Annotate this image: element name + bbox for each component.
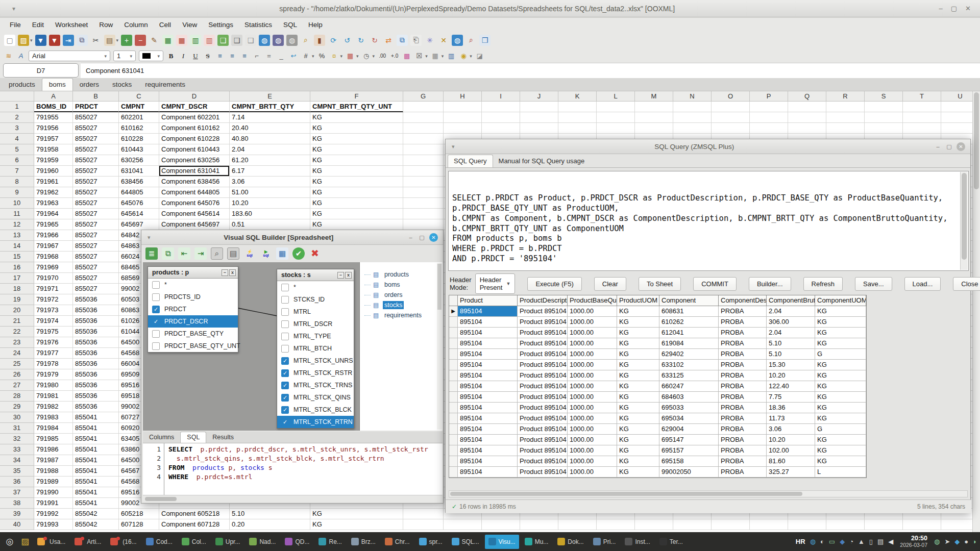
panel-minimize-button[interactable]: − [222, 269, 228, 276]
cell-B18[interactable]: 855027 [73, 284, 119, 294]
redo-icon[interactable]: ↻ [355, 35, 366, 46]
results-row[interactable]: 895104Product 8951041000.00KG629402PROBA… [449, 349, 866, 360]
cell-A30[interactable]: 791983 [34, 412, 73, 423]
strikethrough-button[interactable]: S [203, 51, 212, 61]
results-cell[interactable]: PROBA [719, 381, 767, 392]
results-cell[interactable]: KG [815, 370, 866, 381]
sql-run-icon[interactable]: ▶sql [260, 247, 272, 260]
results-cell[interactable]: 895104 [458, 403, 518, 413]
results-cell[interactable]: PROBA [719, 392, 767, 403]
results-cell[interactable]: 660247 [659, 381, 719, 392]
scrollbar-thumb[interactable] [450, 492, 802, 496]
unchecked-checkbox[interactable] [152, 342, 160, 350]
column-header-P[interactable]: P [750, 91, 788, 102]
cell-A28[interactable]: 791981 [34, 391, 73, 402]
results-cell[interactable]: 1000.00 [568, 381, 617, 392]
cell-B27[interactable]: 855036 [73, 380, 119, 391]
field-mtrl-stck-trns[interactable]: ✓MTRL_STCK_TRNS [277, 379, 354, 391]
results-cell[interactable]: PROBA [719, 456, 767, 467]
results-cell[interactable]: 629402 [659, 349, 719, 360]
results-col-componentbruttoquantity[interactable]: ComponentBruttoQuantity [767, 295, 815, 306]
vsb-tab-sql[interactable]: SQL [180, 432, 206, 443]
column-header-Q[interactable]: Q [788, 91, 826, 102]
taskbar-app-re[interactable]: Re... [315, 535, 345, 549]
cell-T1[interactable] [903, 102, 941, 112]
results-cell[interactable]: 895104 [458, 370, 518, 381]
column-header-N[interactable]: N [673, 91, 712, 102]
cell-A12[interactable]: 791965 [34, 219, 73, 230]
sqlwin-tab-sql-query[interactable]: SQL Query [448, 155, 493, 167]
results-grid[interactable]: ProductProductDescriptionProductBaseQuan… [449, 295, 867, 478]
cell-E1[interactable]: CMPNT_BRTT_QTY [230, 102, 310, 112]
vsb-maximize-button[interactable]: ▢ [418, 234, 426, 241]
cell-C3[interactable]: 610162 [119, 123, 159, 134]
redo-all-icon[interactable]: ↻ [369, 35, 380, 46]
insert-row-icon[interactable]: + [121, 35, 132, 46]
row-header-8[interactable]: 8 [0, 177, 34, 187]
tree-table-orders[interactable]: ▤orders [363, 290, 443, 300]
vsb-sql-editor[interactable]: 1234 SELECT p.prdct, p.prdct_dscr, s.mtr… [143, 443, 443, 495]
font-size-select[interactable]: 1▾ [113, 51, 136, 61]
taskbar-app-dok[interactable]: Dok... [554, 535, 587, 549]
cell-A40[interactable]: 791993 [34, 519, 73, 530]
row-header-34[interactable]: 34 [0, 455, 34, 466]
cell-C9[interactable]: 644805 [119, 187, 159, 198]
row-marker[interactable] [449, 467, 458, 478]
results-cell[interactable]: 3.06 [767, 424, 815, 435]
cell-D5[interactable]: Component 610443 [159, 144, 230, 155]
tree-table-boms[interactable]: ▤boms [363, 280, 443, 290]
taskbar-app-usa[interactable]: Usa... [34, 535, 69, 549]
edit-comment-icon[interactable]: ❑ [231, 35, 242, 46]
row-header-40[interactable]: 40 [0, 519, 34, 530]
align-right-icon[interactable]: ≡ [240, 51, 249, 61]
results-cell[interactable]: 325.27 [767, 467, 815, 478]
checked-checkbox[interactable]: ✓ [152, 306, 160, 313]
sheet-properties-icon[interactable]: ▦ [176, 35, 187, 46]
field-prdct[interactable]: ✓PRDCT [148, 303, 238, 315]
cell-B37[interactable]: 855041 [73, 487, 119, 498]
row-marker[interactable] [449, 370, 458, 381]
results-cell[interactable]: 608631 [659, 306, 719, 317]
row-header-17[interactable]: 17 [0, 273, 34, 284]
align-left-icon[interactable]: ≡ [215, 51, 225, 61]
results-horizontal-scrollbar[interactable] [449, 490, 968, 497]
vsb-designer-canvas[interactable]: ▤products▤boms▤orders▤stocks▤requirement… [143, 262, 443, 431]
cell-O2[interactable] [712, 112, 750, 123]
results-cell[interactable]: Product 895104 [518, 338, 568, 349]
cell-E5[interactable]: 2.04 [230, 144, 310, 155]
cell-F10[interactable]: KG [310, 198, 403, 209]
cell-B17[interactable]: 855027 [73, 273, 119, 284]
zoom-icon[interactable]: ⌕ [465, 35, 477, 46]
unchecked-checkbox[interactable] [281, 308, 289, 316]
to-sheet-button[interactable]: To Sheet [639, 277, 681, 291]
close-button[interactable]: ✕ [965, 5, 971, 12]
cell-F8[interactable]: KG [310, 177, 403, 187]
file-manager-icon[interactable]: ▨ [18, 535, 32, 548]
results-row[interactable]: 895104Product 8951041000.00KG610262PROBA… [449, 317, 866, 328]
column-header-K[interactable]: K [558, 91, 597, 102]
cell-N1[interactable] [673, 102, 712, 112]
column-header-C[interactable]: C [119, 91, 159, 102]
book-icon[interactable]: ❒ [479, 35, 491, 46]
cell-B8[interactable]: 855027 [73, 177, 119, 187]
field-mtrl-stck-unrs[interactable]: ✓MTRL_STCK_UNRS [277, 355, 354, 367]
results-col-productuom[interactable]: ProductUOM [617, 295, 659, 306]
cell-B5[interactable]: 855027 [73, 144, 119, 155]
cell-A25[interactable]: 791978 [34, 359, 73, 369]
results-cell[interactable]: KG [617, 349, 659, 360]
row-header-4[interactable]: 4 [0, 134, 34, 144]
field-mtrl-stck-blck[interactable]: ✓MTRL_STCK_BLCK [277, 404, 354, 416]
results-cell[interactable]: 895104 [458, 435, 518, 445]
cell-D40[interactable]: Component 607128 [159, 519, 230, 530]
results-cell[interactable]: KG [617, 381, 659, 392]
cell-G4[interactable] [403, 134, 444, 144]
cell-C2[interactable]: 602201 [119, 112, 159, 123]
column-header-F[interactable]: F [310, 91, 403, 102]
row-header-38[interactable]: 38 [0, 498, 34, 509]
cut-icon[interactable]: ✂ [90, 35, 102, 46]
unchecked-checkbox[interactable] [281, 320, 289, 328]
menu-cell[interactable]: Cell [154, 19, 177, 31]
borders-icon[interactable]: ▦ [431, 51, 440, 61]
results-cell[interactable]: 895104 [458, 467, 518, 478]
insert-sheet-icon[interactable]: ▦ [162, 35, 174, 46]
